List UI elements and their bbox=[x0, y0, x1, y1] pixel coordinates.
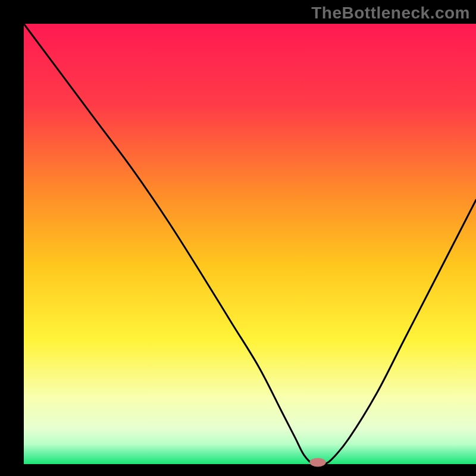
bottleneck-chart bbox=[0, 0, 476, 476]
watermark-label: TheBottleneck.com bbox=[311, 4, 470, 23]
optimal-point-marker bbox=[309, 458, 325, 467]
chart-container: TheBottleneck.com bbox=[0, 0, 476, 476]
plot-background bbox=[24, 24, 476, 464]
